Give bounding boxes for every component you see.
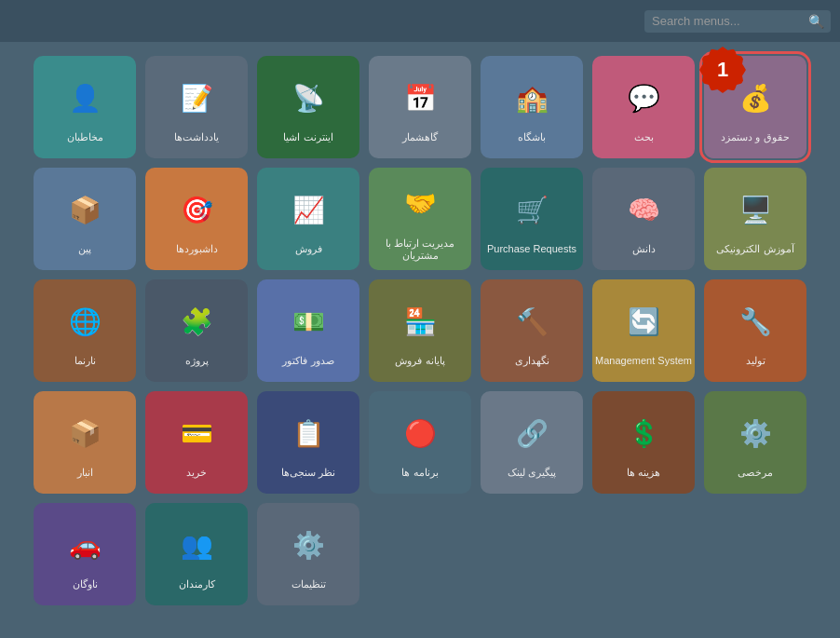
tile-elearning[interactable]: 🏫باشگاه xyxy=(481,56,583,158)
tile-label-employees: کارمندان xyxy=(179,578,215,590)
tile-label-survey: نظر سنجی‌ها xyxy=(281,467,335,479)
tile-icon-manufacturing: 🔧 xyxy=(727,293,783,349)
tile-elearning2[interactable]: 🖥️آموزش الکترونیکی xyxy=(704,168,806,270)
tile-icon-pos: 🏪 xyxy=(392,293,448,349)
tile-stock[interactable]: 📦انبار xyxy=(34,391,136,494)
tile-label-project: پروژه xyxy=(185,355,209,367)
tile-icon-expenses: 💲 xyxy=(616,405,671,461)
tile-apps[interactable]: 🔴برنامه ها xyxy=(369,391,471,494)
tile-icon-sales: 📈 xyxy=(280,182,336,238)
tile-label-dashboard: داشبوردها xyxy=(176,243,218,255)
tile-icon-apps: 🔴 xyxy=(392,405,448,461)
tile-icon-employees: 👥 xyxy=(169,517,224,573)
tile-icon-elearning: 🏫 xyxy=(504,70,560,126)
tile-settings[interactable]: ⚙️تنظیمات xyxy=(257,503,359,605)
tile-icon-referral: ⚙️ xyxy=(727,405,783,461)
tile-label-apps: برنامه ها xyxy=(401,467,438,479)
tile-label-elearning: باشگاه xyxy=(518,131,546,143)
tile-purchase2[interactable]: 💳خرید xyxy=(145,391,248,494)
tile-timesheet[interactable]: 📅گاهشمار xyxy=(369,56,471,158)
tile-icon-notes: 📝 xyxy=(169,70,224,126)
tile-label-inventory: پین xyxy=(78,243,91,255)
tile-referral[interactable]: ⚙️مرخصی xyxy=(704,391,806,494)
tile-label-iot: اینترنت اشیا xyxy=(283,131,332,143)
tile-notes[interactable]: 📝یادداشت‌ها xyxy=(145,56,248,158)
tile-label-payroll: حقوق و دستمزد xyxy=(721,131,789,143)
tile-icon-crm: 🤝 xyxy=(392,176,448,232)
tile-icon-settings: ⚙️ xyxy=(280,517,336,573)
tile-payroll[interactable]: 1💰حقوق و دستمزد xyxy=(704,56,806,158)
tile-label-maintenance: نگهداری xyxy=(515,355,549,367)
tile-icon-timesheet: 📅 xyxy=(392,70,448,126)
tile-knowledge[interactable]: 🧠دانش xyxy=(592,168,695,270)
tile-mgmt[interactable]: 🔄Management System xyxy=(592,279,695,382)
tile-icon-project: 🧩 xyxy=(169,293,224,349)
tile-label-expenses: هزینه ها xyxy=(627,467,660,479)
tile-label-contacts: مخاطبان xyxy=(67,131,103,143)
tile-icon-discuss: 💬 xyxy=(616,70,671,126)
search-box[interactable]: 🔍 xyxy=(644,10,831,33)
tile-label-purchase: Purchase Requests xyxy=(487,243,576,255)
tile-label-discuss: بحث xyxy=(634,131,654,143)
tile-label-notes: یادداشت‌ها xyxy=(174,131,219,143)
tile-maintenance[interactable]: 🔨نگهداری xyxy=(481,279,583,382)
tile-label-purchase2: خرید xyxy=(186,467,207,479)
tile-label-fleet: ناوگان xyxy=(73,578,98,590)
tile-label-linktrack: پیگیری لینک xyxy=(508,467,556,479)
tile-label-referral: مرخصی xyxy=(738,467,773,479)
tile-sales[interactable]: 📈فروش xyxy=(257,168,359,270)
tile-label-website: نارنما xyxy=(75,355,96,367)
tile-inventory[interactable]: 📦پین xyxy=(34,168,136,270)
tile-label-knowledge: دانش xyxy=(632,243,656,255)
app-grid: 👤مخاطبان📝یادداشت‌ها📡اینترنت اشیا📅گاهشمار… xyxy=(0,42,840,619)
search-icon: 🔍 xyxy=(808,14,824,29)
tile-employees[interactable]: 👥کارمندان xyxy=(145,503,248,605)
tile-label-mgmt: Management System xyxy=(595,355,692,367)
tile-label-crm: مدیریت ارتباط با مشتریان xyxy=(369,238,471,262)
tile-icon-invoice: 💵 xyxy=(280,293,336,349)
tile-label-sales: فروش xyxy=(295,243,322,255)
tile-icon-knowledge: 🧠 xyxy=(616,182,671,238)
tile-icon-stock: 📦 xyxy=(57,405,113,461)
tile-label-stock: انبار xyxy=(77,467,93,479)
tile-icon-survey: 📋 xyxy=(280,405,336,461)
tile-icon-linktrack: 🔗 xyxy=(504,405,560,461)
tile-iot[interactable]: 📡اینترنت اشیا xyxy=(257,56,359,158)
tile-label-timesheet: گاهشمار xyxy=(402,131,438,143)
tile-manufacturing[interactable]: 🔧تولید xyxy=(704,279,806,382)
tile-linktrack[interactable]: 🔗پیگیری لینک xyxy=(481,391,583,494)
tile-crm[interactable]: 🤝مدیریت ارتباط با مشتریان xyxy=(369,168,471,270)
tile-contacts[interactable]: 👤مخاطبان xyxy=(34,56,136,158)
tile-icon-contacts: 👤 xyxy=(57,70,113,126)
tile-icon-dashboard: 🎯 xyxy=(169,182,224,238)
tile-label-manufacturing: تولید xyxy=(746,355,765,367)
tile-icon-maintenance: 🔨 xyxy=(504,293,560,349)
tile-icon-fleet: 🚗 xyxy=(57,517,113,573)
tile-icon-website: 🌐 xyxy=(57,293,113,349)
tile-discuss[interactable]: 💬بحث xyxy=(592,56,695,158)
tile-project[interactable]: 🧩پروژه xyxy=(145,279,248,382)
tile-purchase[interactable]: 🛒Purchase Requests xyxy=(481,168,583,270)
tile-survey[interactable]: 📋نظر سنجی‌ها xyxy=(257,391,359,494)
tile-icon-iot: 📡 xyxy=(280,70,336,126)
tile-fleet[interactable]: 🚗ناوگان xyxy=(34,503,136,605)
search-input[interactable] xyxy=(652,14,808,28)
tile-pos[interactable]: 🏪پایانه فروش xyxy=(369,279,471,382)
tile-label-elearning2: آموزش الکترونیکی xyxy=(716,243,793,255)
tile-label-settings: تنظیمات xyxy=(291,578,326,590)
tile-website[interactable]: 🌐نارنما xyxy=(34,279,136,382)
tile-expenses[interactable]: 💲هزینه ها xyxy=(592,391,695,494)
tile-icon-inventory: 📦 xyxy=(57,182,113,238)
topbar: 🔍 xyxy=(0,0,840,42)
tile-icon-purchase: 🛒 xyxy=(504,182,560,238)
tile-icon-purchase2: 💳 xyxy=(169,405,224,461)
tile-icon-mgmt: 🔄 xyxy=(616,293,671,349)
tile-invoice[interactable]: 💵صدور فاکتور xyxy=(257,279,359,382)
tile-label-invoice: صدور فاکتور xyxy=(282,355,333,367)
tile-dashboard[interactable]: 🎯داشبوردها xyxy=(145,168,248,270)
tile-label-pos: پایانه فروش xyxy=(395,355,444,367)
tile-icon-elearning2: 🖥️ xyxy=(727,182,783,238)
